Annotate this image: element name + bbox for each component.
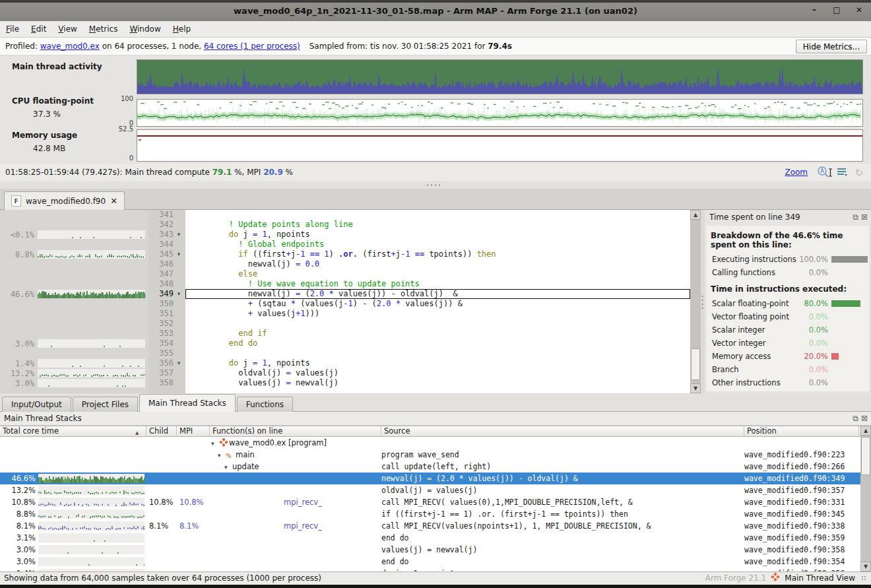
code-line[interactable]: ! Use wave equation to update points — [185, 279, 690, 289]
stack-row[interactable]: ▾updatecall update(left, right)wave_modi… — [0, 461, 860, 473]
table-scrollbar-thumb[interactable] — [861, 437, 870, 475]
column-header-position[interactable]: Position — [744, 426, 859, 436]
tab-input-output[interactable]: Input/Output — [2, 397, 71, 412]
menu-item-metrics[interactable]: Metrics — [83, 21, 124, 37]
scroll-down-button[interactable]: ▼ — [690, 383, 701, 393]
tree-expand-arrow-icon[interactable]: ▾ — [224, 461, 232, 473]
code-token: oldval(j) — [191, 368, 286, 377]
memory-usage-chart[interactable] — [137, 129, 863, 162]
memory-axis-min: 0 — [107, 154, 133, 162]
cpu-floating-point-chart[interactable] — [137, 99, 863, 127]
cores-link[interactable]: 64 cores (1 per process) — [204, 42, 300, 51]
code-line[interactable]: if ((first+j-1 == 1) .or. (first+j-1 == … — [185, 249, 690, 259]
stack-row[interactable]: ▾wave_mod0.ex [program] — [0, 437, 860, 449]
code-token — [191, 220, 229, 229]
code-line[interactable]: ! Global endpoints — [185, 240, 690, 249]
code-line[interactable]: + values(j+1))) — [185, 309, 690, 319]
code-token: + — [286, 249, 291, 259]
horizontal-splitter[interactable] — [0, 181, 871, 189]
resize-grip[interactable] — [861, 575, 867, 581]
table-vertical-scrollbar[interactable]: ▲ ▼ — [860, 426, 871, 572]
gutter-row — [0, 329, 148, 339]
stack-row[interactable]: 8.1%8.1%8.1%mpi_recv_call MPI_RECV(value… — [0, 520, 860, 532]
tab-main-thread-stacks[interactable]: Main Thread Stacks — [139, 394, 236, 412]
line-activity-sparkline — [38, 230, 145, 239]
tree-expand-arrow-icon[interactable]: ▾ — [218, 449, 226, 461]
menu-item-window[interactable]: Window — [123, 21, 166, 37]
code-line[interactable]: ! Update points along line — [185, 220, 690, 230]
code-line[interactable]: else — [185, 269, 690, 279]
code-fold-arrow-icon[interactable]: ▾ — [174, 358, 184, 368]
code-line[interactable]: oldval(j) = values(j) — [185, 368, 690, 378]
column-header-total-core-time[interactable]: Total core time▲ — [0, 426, 146, 436]
code-fold-arrow-icon[interactable]: ▾ — [174, 230, 184, 240]
line-activity-gutter: <0.1%8.8%46.6%3.0%1.4%13.2%3.0% — [0, 210, 148, 393]
executable-link[interactable]: wave_mod0.ex — [40, 42, 100, 51]
stack-row[interactable]: 3.1%end dowave_modified0.f90:359 — [0, 532, 860, 544]
close-panel-icon[interactable]: ⊠ — [861, 210, 868, 224]
minimize-button[interactable]: – — [809, 5, 820, 15]
code-token: 1 — [324, 249, 329, 259]
code-line[interactable]: end do — [185, 339, 690, 348]
stack-row[interactable]: 13.2%oldval(j) = values(j)wave_modified0… — [0, 484, 860, 496]
scroll-up-button[interactable]: ▲ — [690, 210, 701, 220]
code-fold-arrow-icon[interactable]: ▾ — [174, 249, 184, 259]
column-header-source[interactable]: Source — [381, 426, 744, 436]
line-number: 347 — [148, 269, 174, 279]
cpu-axis-max: 100 — [107, 95, 133, 102]
code-line[interactable]: do j = 1, npoints — [185, 358, 690, 368]
menu-item-file[interactable]: File — [0, 21, 25, 37]
stack-row[interactable]: 8.8%if ((first+j-1 == 1) .or. (first+j-1… — [0, 508, 860, 520]
line-number: 348 — [148, 279, 174, 289]
code-fold-spacer — [174, 279, 184, 289]
menu-item-view[interactable]: View — [52, 21, 82, 37]
code-fold-arrow-icon[interactable]: ▾ — [174, 289, 184, 299]
source-code-pane[interactable]: ! Update points along line do j = 1, npo… — [185, 210, 690, 393]
stack-core-time-percent: 10.8% — [0, 496, 36, 508]
table-scroll-up-button[interactable]: ▲ — [860, 426, 871, 436]
stack-row[interactable]: ▾✎mainprogram wave_sendwave_modified0.f9… — [0, 449, 860, 461]
close-button[interactable]: ✕ — [854, 5, 864, 15]
stack-row[interactable]: 46.6%newval(j) = (2.0 * values(j)) - old… — [0, 473, 860, 484]
table-scroll-down-button[interactable]: ▼ — [860, 562, 871, 572]
column-header-function-s-on-line[interactable]: Function(s) on line — [210, 426, 381, 436]
editor-vertical-scrollbar[interactable]: ▲ ▼ — [690, 210, 701, 393]
code-line[interactable] — [185, 210, 690, 220]
close-stacks-icon[interactable]: ⊠ — [861, 412, 868, 426]
stack-row[interactable]: 3.0%values(j) = newval(j)wave_modified0.… — [0, 544, 860, 556]
column-header-mpi[interactable]: MPI — [177, 426, 210, 436]
stacks-panel-title: Main Thread Stacks — [4, 414, 82, 423]
code-line[interactable]: newval(j) = 0.0 — [185, 259, 690, 269]
title-bar[interactable]: wave_mod0_64p_1n_2021-11-30_01-58.map - … — [0, 0, 871, 21]
hide-metrics-button[interactable]: Hide Metrics... — [796, 40, 867, 53]
maximize-button[interactable]: □ — [831, 5, 842, 15]
breakdown-value: 0.0% — [791, 325, 828, 335]
menu-item-edit[interactable]: Edit — [25, 21, 52, 37]
main-thread-activity-chart[interactable] — [137, 59, 863, 94]
menu-item-help[interactable]: Help — [167, 21, 197, 37]
code-token: oldval(j) & — [396, 289, 458, 298]
reset-zoom-icon[interactable]: ↻ — [855, 164, 863, 181]
zoom-link[interactable]: Zoom — [785, 164, 808, 181]
code-token: end do — [229, 339, 257, 348]
scrollbar-thumb[interactable] — [691, 348, 700, 380]
code-line[interactable]: newval(j) = (2.0 * values(j)) - oldval(j… — [185, 289, 690, 299]
tab-project-files[interactable]: Project Files — [73, 397, 138, 412]
float-panel-icon[interactable]: ⧉ — [853, 210, 858, 224]
column-header-child[interactable]: Child — [146, 426, 177, 436]
tree-expand-arrow-icon[interactable]: ▾ — [211, 438, 219, 449]
tab-wave-modified0-f90[interactable]: F wave_modified0.f90 ✕ — [4, 191, 125, 210]
code-line[interactable]: + (sqtau * (values(j-1) - (2.0 * values(… — [185, 299, 690, 309]
tab-functions[interactable]: Functions — [237, 397, 293, 412]
tab-close-icon[interactable]: ✕ — [110, 196, 117, 206]
screen-edge — [0, 585, 871, 588]
code-line[interactable]: do j = 1, npoints — [185, 230, 690, 240]
float-stacks-icon[interactable]: ⧉ — [853, 412, 858, 426]
code-line[interactable] — [185, 319, 690, 329]
code-line[interactable]: end if — [185, 329, 690, 339]
code-token: * — [329, 289, 334, 298]
stack-row[interactable]: 3.0%end dowave_modified0.f90:354 — [0, 556, 860, 568]
code-line[interactable] — [185, 348, 690, 358]
stack-row[interactable]: 10.8%10.8%10.8%mpi_recv_call MPI_RECV( v… — [0, 496, 860, 508]
code-line[interactable]: values(j) = newval(j) — [185, 378, 690, 388]
